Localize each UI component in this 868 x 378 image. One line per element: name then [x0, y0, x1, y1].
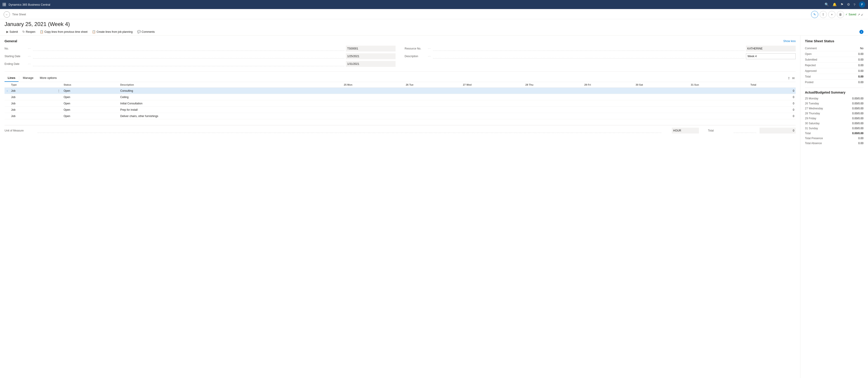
- row-wed[interactable]: [462, 100, 524, 107]
- ending-date-row: Ending Date 1/31/2021: [4, 61, 396, 67]
- row-sat[interactable]: [634, 100, 689, 107]
- status-row-label: Approved: [805, 69, 816, 72]
- row-dots-btn[interactable]: [55, 94, 62, 100]
- row-mon[interactable]: [342, 107, 404, 113]
- table-row[interactable]: Job Open Ceiling 0: [4, 94, 796, 100]
- panel-divider: [805, 88, 864, 88]
- row-sat[interactable]: [634, 107, 689, 113]
- help-icon[interactable]: ?: [854, 3, 855, 6]
- row-mon[interactable]: [342, 113, 404, 119]
- row-wed[interactable]: [462, 88, 524, 94]
- tab-more-options[interactable]: More options: [37, 74, 60, 82]
- summary-row-value: 0.00/0.00: [852, 107, 864, 110]
- row-dots-btn[interactable]: [55, 113, 62, 119]
- row-fri[interactable]: [583, 100, 634, 107]
- status-row-label: Rejected: [805, 64, 815, 67]
- bell-icon[interactable]: 🔔: [833, 2, 837, 6]
- table-row[interactable]: Job Open Prep for install 0: [4, 107, 796, 113]
- row-arrow: [4, 113, 10, 119]
- status-row-label: Total: [805, 75, 811, 78]
- summary-title: Actual/Budgeted Summary: [805, 91, 864, 94]
- row-wed[interactable]: [462, 94, 524, 100]
- row-sun[interactable]: [689, 100, 749, 107]
- row-dots-btn[interactable]: [55, 100, 62, 107]
- lines-tabs: Lines Manage More options ⇧ ✉: [4, 74, 796, 82]
- row-mon[interactable]: [342, 88, 404, 94]
- row-wed[interactable]: [462, 107, 524, 113]
- summary-row-value: 0.00/0.00: [852, 132, 864, 135]
- settings-icon[interactable]: ⚙: [847, 2, 850, 6]
- row-fri[interactable]: [583, 107, 634, 113]
- tab-manage[interactable]: Manage: [20, 74, 37, 82]
- row-tue[interactable]: [404, 113, 462, 119]
- submit-button[interactable]: ▶ Submit: [4, 29, 20, 34]
- row-thu[interactable]: [524, 113, 583, 119]
- row-thu[interactable]: [524, 94, 583, 100]
- no-row: No. TS00001: [4, 45, 396, 52]
- table-row[interactable]: → Job ⋮ Open Consulting 0: [4, 88, 796, 94]
- starting-date-row: Starting Date 1/25/2021: [4, 53, 396, 59]
- description-value[interactable]: Week 4: [746, 53, 796, 59]
- total-label: Total: [708, 129, 731, 132]
- row-mon[interactable]: [342, 100, 404, 107]
- show-less-link[interactable]: Show less: [783, 39, 796, 43]
- comments-button[interactable]: 💬 Comments: [135, 29, 157, 34]
- row-tue[interactable]: [404, 94, 462, 100]
- row-arrow: [4, 94, 10, 100]
- col-dots-header: [55, 82, 62, 88]
- row-wed[interactable]: [462, 113, 524, 119]
- row-type: Job: [10, 113, 55, 119]
- status-row: Comment No: [805, 45, 864, 51]
- summary-row: 31 Sunday 0.00/0.00: [805, 126, 864, 131]
- row-description: Deliver chairs, other furnishings: [119, 113, 342, 119]
- row-tue[interactable]: [404, 88, 462, 94]
- row-tue[interactable]: [404, 107, 462, 113]
- lines-share-icon[interactable]: ⇧: [787, 76, 790, 80]
- create-lines-button[interactable]: 📋 Create lines from job planning: [90, 29, 134, 34]
- row-thu[interactable]: [524, 107, 583, 113]
- row-dots-btn[interactable]: [55, 107, 62, 113]
- row-fri[interactable]: [583, 88, 634, 94]
- summary-row-label: 29 Friday: [805, 117, 816, 120]
- row-sun[interactable]: [689, 88, 749, 94]
- row-dots-btn[interactable]: ⋮: [55, 88, 62, 94]
- search-icon[interactable]: 🔍: [825, 2, 829, 6]
- app-grid-icon[interactable]: [3, 3, 6, 6]
- expand-icon[interactable]: ↗: [858, 13, 860, 16]
- edit-button[interactable]: ✎: [811, 11, 818, 18]
- row-sat[interactable]: [634, 113, 689, 119]
- row-fri[interactable]: [583, 113, 634, 119]
- row-thu[interactable]: [524, 100, 583, 107]
- general-section-header: General Show less: [4, 39, 796, 43]
- table-row[interactable]: Job Open Deliver chairs, other furnishin…: [4, 113, 796, 119]
- row-status: Open: [62, 107, 119, 113]
- summary-row-value: 0.00: [858, 141, 864, 145]
- col-arrow-header: [4, 82, 10, 88]
- avatar[interactable]: F: [859, 1, 865, 8]
- table-row[interactable]: Job Open Initial Consultation 0: [4, 100, 796, 107]
- lines-email-icon[interactable]: ✉: [792, 76, 795, 80]
- add-button[interactable]: +: [828, 11, 835, 18]
- row-status: Open: [62, 88, 119, 94]
- fields-grid: No. TS00001 Resource No. KATHERINE S: [4, 45, 796, 67]
- row-sun[interactable]: [689, 113, 749, 119]
- row-sun[interactable]: [689, 107, 749, 113]
- flag-icon[interactable]: ⚑: [840, 2, 843, 6]
- collapse-icon[interactable]: ↙: [861, 13, 864, 16]
- copy-lines-button[interactable]: 📋 Copy lines from previous time sheet: [38, 29, 89, 34]
- tab-lines[interactable]: Lines: [4, 74, 19, 82]
- reopen-button[interactable]: ↻ Reopen: [21, 29, 37, 34]
- status-row: Rejected 0.00: [805, 63, 864, 68]
- summary-row-label: 30 Saturday: [805, 122, 819, 125]
- context-menu-icon[interactable]: ⋮: [57, 89, 61, 93]
- row-tue[interactable]: [404, 100, 462, 107]
- delete-button[interactable]: 🗑: [837, 11, 844, 18]
- row-sat[interactable]: [634, 88, 689, 94]
- back-button[interactable]: ←: [4, 11, 10, 18]
- row-thu[interactable]: [524, 88, 583, 94]
- row-fri[interactable]: [583, 94, 634, 100]
- share-button[interactable]: ⇧: [819, 11, 827, 18]
- row-mon[interactable]: [342, 94, 404, 100]
- row-sat[interactable]: [634, 94, 689, 100]
- row-sun[interactable]: [689, 94, 749, 100]
